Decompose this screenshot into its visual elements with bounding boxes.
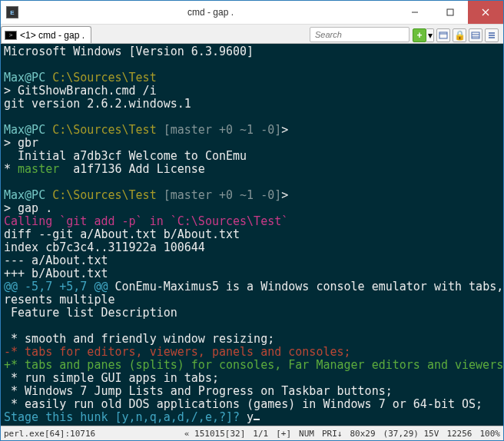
terminal-output[interactable]: Microsoft Windows [Version 6.3.9600] Max… xyxy=(1,44,503,426)
prompt-branch: [master +0 ~1 -0] xyxy=(164,123,282,137)
prompt-user: Max@PC xyxy=(4,71,45,85)
maximize-button[interactable] xyxy=(433,1,468,24)
branch: master xyxy=(18,162,59,176)
status-pct: 100% xyxy=(480,429,501,439)
statusbar: perl.exe[64]:10716 « 151015[32] 1/1 [+] … xyxy=(1,426,503,440)
minimize-button[interactable] xyxy=(397,1,433,24)
status-num: NUM xyxy=(299,429,314,439)
menu-button[interactable] xyxy=(485,28,499,42)
status-size: 80x29 xyxy=(350,429,375,439)
prompt-user: Max@PC xyxy=(4,188,45,202)
stage-prompt: Stage this hunk [y,n,q,a,d,/,e,?]? xyxy=(4,410,247,424)
line: Feature list Description xyxy=(4,306,177,320)
line: * Windows 7 Jump Lists and Progress on T… xyxy=(4,384,393,398)
status-id: 12256 xyxy=(446,429,472,439)
cmd: > gap . xyxy=(4,201,52,215)
line: * xyxy=(4,162,18,176)
tabbar: <1> cmd - gap . + ▾ 🔒 xyxy=(1,24,503,44)
cursor xyxy=(254,419,260,420)
cmd-icon xyxy=(5,31,17,40)
diff-ctx: ConEmu-Maximus5 is a Windows console emu… xyxy=(108,280,503,293)
window-mode-button[interactable] xyxy=(436,28,450,42)
svg-rect-4 xyxy=(439,32,447,38)
line: Initial a7db3cf Welcome to ConEmu xyxy=(4,149,247,163)
status-pri: PRI↓ xyxy=(322,429,343,439)
line: git version 2.6.2.windows.1 xyxy=(4,97,191,111)
line: a1f7136 Add License xyxy=(59,162,205,176)
prompt-branch: [master +0 ~1 -0] xyxy=(164,188,282,202)
always-on-top-button[interactable]: 🔒 xyxy=(453,28,466,42)
status-line: 1/1 xyxy=(253,429,268,439)
line: Calling `git add -p` in `C:\Sources\Test… xyxy=(4,214,288,228)
diff-removed: -* tabs for editors, viewers, panels and… xyxy=(4,345,351,359)
new-console-dropdown[interactable]: ▾ xyxy=(426,28,434,42)
prompt-path: C:\Sources\Test xyxy=(52,188,156,202)
status-plus: [+] xyxy=(276,429,291,439)
diff-index: index cb7c3c4..311922a 100644 xyxy=(4,240,205,254)
close-button[interactable] xyxy=(468,1,503,24)
cmd: > GitShowBranch.cmd /i xyxy=(4,84,157,98)
svg-rect-6 xyxy=(472,32,479,38)
diff-hunk: @@ -5,7 +5,7 @@ xyxy=(4,280,108,293)
diff-new: +++ b/About.txt xyxy=(4,267,108,280)
status-process: perl.exe[64]:10716 xyxy=(4,429,95,439)
status-cursor: (37,29) 15V xyxy=(383,429,439,439)
app-icon: E xyxy=(1,6,24,18)
diff-old: --- a/About.txt xyxy=(4,254,108,267)
diff-header: diff --git a/About.txt b/About.txt xyxy=(4,227,240,241)
search-input[interactable] xyxy=(310,27,410,42)
status-pos: « 151015[32] xyxy=(184,429,245,439)
prompt-path: C:\Sources\Test xyxy=(52,71,156,85)
line: resents multiple xyxy=(4,293,115,307)
line: * easily run old DOS applications (games… xyxy=(4,397,482,411)
prompt-user: Max@PC xyxy=(4,123,45,137)
svg-rect-1 xyxy=(447,9,453,15)
diff-added: +* tabs and panes (splits) for consoles,… xyxy=(4,358,503,372)
line: * smooth and friendly window resizing; xyxy=(4,332,274,346)
tab-1[interactable]: <1> cmd - gap . xyxy=(1,26,91,43)
window-title: cmd - gap . xyxy=(24,7,397,18)
line: * run simple GUI apps in tabs; xyxy=(4,371,219,385)
cmd: > gbr xyxy=(4,136,38,150)
prompt-path: C:\Sources\Test xyxy=(52,123,156,137)
stage-answer: y xyxy=(247,410,254,424)
settings-button[interactable] xyxy=(469,28,482,42)
tab-label: <1> cmd - gap . xyxy=(20,30,85,41)
new-console-button[interactable]: + xyxy=(413,28,426,42)
titlebar: E cmd - gap . xyxy=(1,1,503,24)
line: Microsoft Windows [Version 6.3.9600] xyxy=(4,45,254,58)
